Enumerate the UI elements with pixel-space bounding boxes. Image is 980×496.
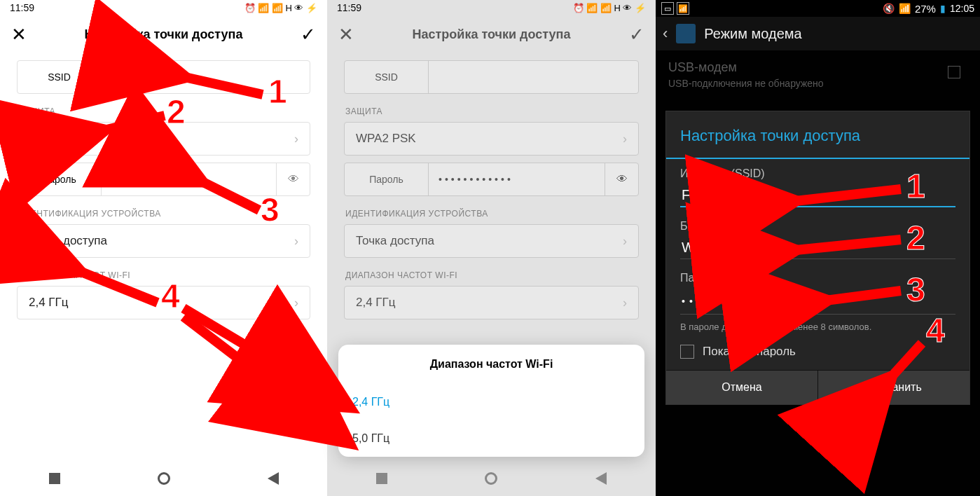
ssid-label: SSID [18,61,102,93]
device-field[interactable]: Точка доступа › [344,224,639,258]
eye-icon[interactable]: 👁 [605,163,638,195]
status-time: 12:05 [950,3,974,14]
selected-check-icon: › [343,396,346,408]
nav-home-icon[interactable] [485,472,497,485]
show-password-checkbox[interactable] [680,345,694,359]
show-password-label: Показать пароль [703,345,796,359]
mute-icon: 🔇 [883,3,895,14]
nav-bar [327,461,656,496]
section-label-band: ДИАПАЗОН ЧАСТОТ WI-FI [0,261,327,286]
password-value[interactable]: •••••••••••• [102,163,276,195]
close-icon[interactable]: ✕ [11,24,27,46]
chevron-right-icon: › [294,132,298,146]
usb-modem-row: USB-модем USB-подключения не обнаружено [656,50,980,99]
nav-recent-icon[interactable] [376,473,387,484]
security-field[interactable]: WPA2 PSK › [17,122,310,156]
battery-percent: 27% [915,3,936,15]
ssid-label: Имя сети (SSID) [680,167,955,180]
ssid-input[interactable] [429,61,638,93]
device-value: Точка доступа [356,234,623,248]
section-label-band: ДИАПАЗОН ЧАСТОТ WI-FI [327,261,656,286]
screenshot-icon: ▭ [661,2,674,15]
password-value[interactable]: ••••••••••••• [680,289,955,315]
status-bar: 11:59 ⏰ 📶 📶 H 👁 ⚡ [0,0,327,15]
wifi-icon: 📶 [677,2,689,15]
confirm-icon[interactable]: ✓ [301,24,316,46]
status-time: 11:59 [337,2,361,13]
confirm-icon[interactable]: ✓ [629,24,644,46]
phone-screenshot-1: 11:59 ⏰ 📶 📶 H 👁 ⚡ ✕ Настройка точки дост… [0,0,327,496]
band-value: 2,4 ГГц [29,296,294,310]
password-label: Пароль [345,163,429,195]
password-label: Пароль [18,163,102,195]
nav-home-icon[interactable] [158,472,170,485]
security-value: WPA2 PSK [29,132,294,146]
device-field[interactable]: Точка доступа › [17,224,310,258]
password-field[interactable]: Пароль •••••••••••• 👁 [17,163,310,196]
nav-back-icon[interactable] [595,472,607,485]
ssid-field[interactable]: SSID [17,60,310,94]
save-button[interactable]: Сохранить [818,371,969,404]
device-value: Точка доступа [29,234,294,248]
tether-icon [676,24,696,43]
password-label: Пароль [680,272,955,284]
phone-screenshot-2: 11:59 ⏰ 📶 📶 H 👁 ⚡ ✕ Настройка точки дост… [327,0,656,496]
status-icons: ⏰ 📶 📶 H 👁 ⚡ [573,3,646,13]
page-title: Режим модема [704,26,801,42]
status-bar: 11:59 ⏰ 📶 📶 H 👁 ⚡ [327,0,656,15]
nav-back-icon[interactable] [268,472,279,485]
status-icons: ⏰ 📶 📶 H 👁 ⚡ [244,3,317,13]
eye-icon[interactable]: 👁 [276,163,310,195]
password-field[interactable]: Пароль ••••••••••••• [666,263,969,319]
close-icon[interactable]: ✕ [338,24,354,46]
ssid-label: SSID [345,61,429,93]
nav-bar [0,461,327,496]
password-field[interactable]: Пароль •••••••••••• 👁 [344,163,639,196]
security-value: WPA2 PSK [356,132,623,146]
show-password-row[interactable]: Показать пароль [666,339,969,370]
security-field[interactable]: Безопасность WPA2 PSK [666,212,969,263]
ssid-input[interactable] [102,61,310,93]
band-value: 2,4 ГГц [356,296,623,310]
sheet-option-label: 5,0 ГГц [352,432,389,445]
status-time: 11:59 [10,2,34,13]
status-icons-right: 🔇 📶 27% ▮ 12:05 [883,3,974,15]
password-value[interactable]: •••••••••••• [429,163,605,195]
sheet-option-label: 2,4 ГГц [352,396,389,408]
header-row: ✕ Настройка точки доступа ✓ [0,15,327,53]
status-icons-left: ▭ 📶 [661,2,689,15]
usb-subtitle: USB-подключения не обнаружено [668,78,967,89]
security-value[interactable]: WPA2 PSK [680,237,955,259]
status-bar: ▭ 📶 🔇 📶 27% ▮ 12:05 [656,0,980,17]
signal-icon: 📶 [899,3,911,14]
battery-icon: ▮ [940,3,946,14]
section-label-device: ИДЕНТИФИКАЦИЯ УСТРОЙСТВА [327,199,656,224]
ssid-field[interactable]: Имя сети (SSID) Fly IQ446 [666,159,969,212]
sheet-option-5ghz[interactable]: 5,0 ГГц [338,420,644,457]
chevron-right-icon: › [623,132,627,146]
chevron-right-icon: › [623,234,627,249]
chevron-right-icon: › [294,296,298,310]
band-bottom-sheet: Диапазон частот Wi-Fi › 2,4 ГГц 5,0 ГГц [338,345,644,457]
section-label-security: ЗАЩИТА [0,97,327,122]
usb-title: USB-модем [668,60,967,75]
sheet-title: Диапазон частот Wi-Fi [338,345,644,384]
cancel-button[interactable]: Отмена [666,371,818,404]
security-label: Безопасность [680,220,955,233]
ssid-value[interactable]: Fly IQ446 [680,184,955,207]
usb-checkbox [948,66,960,78]
chevron-right-icon: › [623,296,627,310]
nav-recent-icon[interactable] [49,473,60,484]
hotspot-dialog: Настройка точки доступа Имя сети (SSID) … [665,111,970,405]
dialog-title: Настройка точки доступа [666,111,969,159]
sheet-option-24ghz[interactable]: › 2,4 ГГц [338,384,644,420]
chevron-right-icon: › [294,234,298,249]
band-field[interactable]: 2,4 ГГц › [17,286,310,319]
band-field[interactable]: 2,4 ГГц › [344,286,639,319]
security-field[interactable]: WPA2 PSK › [344,122,639,156]
header-row: ‹ Режим модема [656,17,980,50]
back-icon[interactable]: ‹ [663,25,668,43]
section-label-device: ИДЕНТИФИКАЦИЯ УСТРОЙСТВА [0,199,327,224]
ssid-field[interactable]: SSID [344,60,639,94]
password-hint: В пароле должно быть не менее 8 символов… [666,319,969,339]
